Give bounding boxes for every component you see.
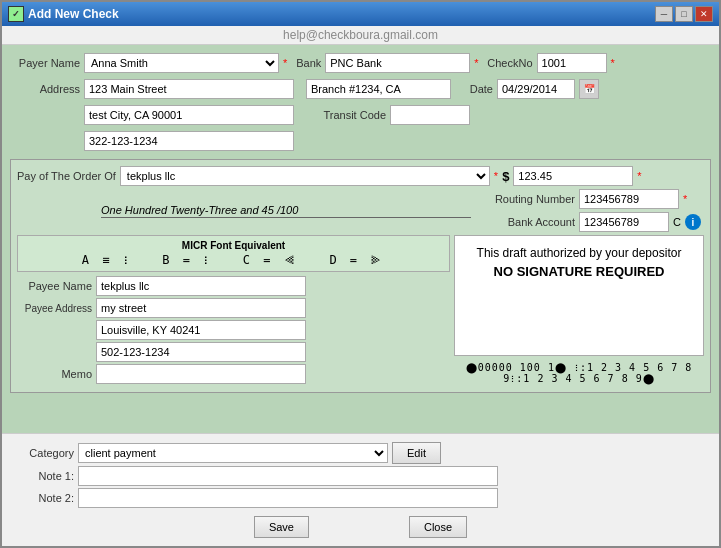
transit-input[interactable]	[390, 105, 470, 125]
payer-name-select[interactable]: Anna Smith	[84, 53, 279, 73]
minimize-button[interactable]: ─	[655, 6, 673, 22]
written-amount: One Hundred Twenty-Three and 45 /100	[101, 203, 471, 218]
pay-required: *	[494, 170, 498, 182]
micr-section: MICR Font Equivalent A ≡ ⫶ B = ⫶ C = ⫷ D…	[17, 235, 450, 272]
date-label: Date	[463, 83, 493, 95]
bank-account-input[interactable]	[579, 212, 669, 232]
date-input[interactable]	[497, 79, 575, 99]
payee-addr2-input[interactable]	[96, 320, 306, 340]
close-button[interactable]: Close	[409, 516, 467, 538]
payee-name-input[interactable]	[96, 276, 306, 296]
payee-name-label: Payee Name	[17, 280, 92, 292]
checkno-input[interactable]	[537, 53, 607, 73]
routing-label: Routing Number	[485, 193, 575, 205]
main-window: ✓ Add New Check ─ □ ✕ help@checkboura.gm…	[0, 0, 721, 548]
bank-label: Bank	[291, 57, 321, 69]
note1-row: Note 1:	[14, 466, 707, 486]
branch-input[interactable]	[306, 79, 451, 99]
category-label: Category	[14, 447, 74, 459]
address1-input[interactable]	[84, 79, 294, 99]
micr-font-label: MICR Font Equivalent	[22, 240, 445, 251]
edit-button[interactable]: Edit	[392, 442, 441, 464]
note1-input[interactable]	[78, 466, 498, 486]
note2-row: Note 2:	[14, 488, 707, 508]
note2-label: Note 2:	[14, 492, 74, 504]
button-row: Save Close	[14, 516, 707, 538]
row-payer: Payer Name Anna Smith * Bank * CheckNo *	[10, 53, 711, 73]
micr-sig-row: MICR Font Equivalent A ≡ ⫶ B = ⫶ C = ⫷ D…	[17, 235, 704, 386]
address2-input[interactable]	[84, 105, 294, 125]
payee-name-row: Payee Name	[17, 276, 450, 296]
email-text: help@checkboura.gmail.com	[283, 28, 438, 42]
title-bar-left: ✓ Add New Check	[8, 6, 119, 22]
app-icon: ✓	[8, 6, 24, 22]
title-bar-controls: ─ □ ✕	[655, 6, 713, 22]
category-select[interactable]: client payment vendor payment other	[78, 443, 388, 463]
payee-addr1-input[interactable]	[96, 298, 306, 318]
right-section: This draft authorized by your depositor …	[454, 235, 704, 386]
pay-order-row: Pay of The Order Of tekplus llc * $ *	[17, 166, 704, 186]
routing-required: *	[683, 193, 687, 205]
bank-account-c: C	[673, 216, 681, 228]
authorized-line1: This draft authorized by your depositor	[461, 246, 697, 260]
checkno-required: *	[611, 57, 615, 69]
row-address1: Address Date 📅	[10, 79, 711, 99]
bank-required: *	[474, 57, 478, 69]
memo-label: Memo	[17, 368, 92, 380]
payee-addr3-input[interactable]	[96, 342, 306, 362]
transit-label: Transit Code	[306, 109, 386, 121]
micr-chars: A ≡ ⫶ B = ⫶ C = ⫷ D = ⫸	[22, 253, 445, 267]
amount-input[interactable]	[513, 166, 633, 186]
payee-addr-row1: Payee Address	[17, 298, 450, 318]
bottom-section: Category client payment vendor payment o…	[2, 433, 719, 546]
routing-row: Routing Number *	[485, 189, 704, 209]
row-address3	[10, 131, 711, 151]
bank-account-label: Bank Account	[485, 216, 575, 228]
authorized-line2: NO SIGNATURE REQUIRED	[461, 264, 697, 279]
payee-addr-row2	[17, 320, 450, 340]
amount-required: *	[637, 170, 641, 182]
payee-address-label: Payee Address	[17, 303, 92, 314]
row-address2: Transit Code	[10, 105, 711, 125]
pay-label: Pay of The Order Of	[17, 170, 116, 182]
title-bar: ✓ Add New Check ─ □ ✕	[2, 2, 719, 26]
save-button[interactable]: Save	[254, 516, 309, 538]
payer-required: *	[283, 57, 287, 69]
form-area: Payer Name Anna Smith * Bank * CheckNo *…	[2, 45, 719, 433]
payee-section: MICR Font Equivalent A ≡ ⫶ B = ⫶ C = ⫷ D…	[17, 235, 450, 386]
address-label: Address	[10, 83, 80, 95]
maximize-button[interactable]: □	[675, 6, 693, 22]
pay-select[interactable]: tekplus llc	[120, 166, 490, 186]
window-title: Add New Check	[28, 7, 119, 21]
email-bar: help@checkboura.gmail.com	[2, 26, 719, 45]
address3-input[interactable]	[84, 131, 294, 151]
info-icon[interactable]: i	[685, 214, 701, 230]
written-amount-row: One Hundred Twenty-Three and 45 /100 Rou…	[17, 189, 704, 232]
routing-input[interactable]	[579, 189, 679, 209]
bank-account-row: Bank Account C i	[485, 212, 704, 232]
note1-label: Note 1:	[14, 470, 74, 482]
check-area: Pay of The Order Of tekplus llc * $ * On…	[10, 159, 711, 393]
memo-input[interactable]	[96, 364, 306, 384]
micr-bottom: ⬤00000 100 1⬤ ⫶:1 2 3 4 5 6 7 8 9⫶:1 2 3…	[454, 360, 704, 386]
payer-name-label: Payer Name	[10, 57, 80, 69]
payee-addr-row3	[17, 342, 450, 362]
note2-input[interactable]	[78, 488, 498, 508]
window-close-button[interactable]: ✕	[695, 6, 713, 22]
category-row: Category client payment vendor payment o…	[14, 442, 707, 464]
checkno-label: CheckNo	[483, 57, 533, 69]
calendar-button[interactable]: 📅	[579, 79, 599, 99]
authorized-box: This draft authorized by your depositor …	[454, 235, 704, 356]
bank-input[interactable]	[325, 53, 470, 73]
memo-row: Memo	[17, 364, 450, 384]
dollar-sign: $	[502, 169, 509, 184]
